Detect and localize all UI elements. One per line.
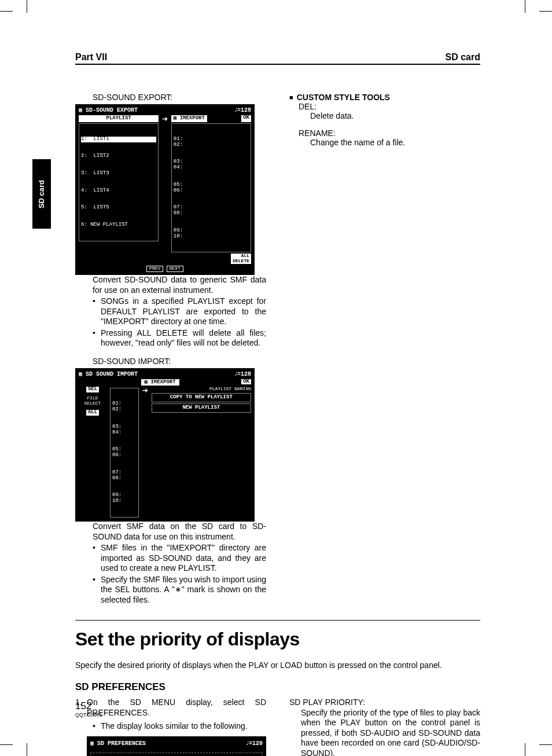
section-title: Set the priority of displays [75, 629, 480, 650]
export-body: Convert SD-SOUND data to generic SMF dat… [93, 275, 266, 295]
side-tab: SD card [32, 159, 51, 229]
file-select-label: FILE SELECT [79, 396, 106, 406]
all-delete-button[interactable]: ALL DELETE [231, 254, 251, 264]
arrow-icon: ➜ [162, 115, 168, 126]
lower-right-column: SD PLAY PRIORITY: Specify the priority o… [289, 698, 480, 756]
playlist-naming-label: PLAYLIST NAMING [152, 387, 251, 392]
sd-play-priority-desc: Specify the priority of the type of file… [301, 708, 480, 756]
del-term: DEL: [299, 102, 480, 111]
right-column: CUSTOM STYLE TOOLS DEL: Delete data. REN… [289, 93, 480, 605]
page-footer: 152 QQTG0671 [75, 700, 102, 718]
lower-left-column: 1.On the SD MENU display, select SD PREF… [75, 698, 266, 756]
header-left: Part VII [75, 52, 107, 63]
import-bullets: SMF files in the "IMEXPORT" directory ar… [93, 543, 266, 605]
export-label: SD-SOUND EXPORT: [93, 93, 266, 102]
step-1: 1.On the SD MENU display, select SD PREF… [75, 698, 266, 718]
sd-play-priority-block: SD PLAY PRIORITY : SD-AUDIO Which type o… [90, 753, 263, 756]
ok-button[interactable]: OK [241, 115, 251, 122]
import-screenshot: ▦ SD SOUND IMPORT ♩=128 ▦ IMEXPORT OK SE… [75, 368, 255, 522]
preferences-screenshot: ▦ SD PREFERENCES ♩=120 SD PLAY PRIORITY … [87, 736, 266, 756]
left-column: SD-SOUND EXPORT: ▦ SD-SOUND EXPORT ♩=128… [75, 93, 266, 605]
arrow-icon: ➜ [142, 387, 148, 397]
playlist-box: 1: LIST1 2: LIST2 3: LIST3 4: LIST4 5: L… [79, 123, 159, 241]
header-right: SD card [446, 52, 480, 63]
all-button[interactable]: ALL [86, 410, 99, 416]
playlist-header: PLAYLIST [79, 115, 159, 122]
rename-term: RENAME: [299, 129, 480, 138]
next-button[interactable]: NEXT [167, 266, 183, 272]
slots-box: 01:02: 03:04: 05:06: 07:08: 09:10: [171, 123, 251, 253]
prev-button[interactable]: PREV [146, 266, 163, 272]
section-divider [75, 620, 480, 621]
custom-style-tools-heading: CUSTOM STYLE TOOLS [289, 93, 480, 102]
rename-desc: Change the name of a file. [310, 138, 480, 147]
running-head: Part VII SD card [75, 52, 480, 65]
new-playlist[interactable]: NEW PLAYLIST [152, 403, 251, 413]
ok-button[interactable]: OK [241, 379, 251, 385]
import-label: SD-SOUND IMPORT: [93, 357, 266, 366]
copy-to-new-playlist[interactable]: COPY TO NEW PLAYLIST [152, 393, 251, 402]
del-desc: Delete data. [310, 111, 480, 120]
section-intro: Specify the desired priority of displays… [75, 660, 480, 670]
step-1-bullet: The display looks similar to the followi… [93, 721, 266, 732]
sd-preferences-heading: SD PREFERENCES [75, 681, 480, 693]
import-slots: 01:02: 03:04: 05:06: 07:08: 09:10: [110, 388, 139, 518]
page-content: Part VII SD card SD-SOUND EXPORT: ▦ SD-S… [75, 52, 480, 756]
export-screenshot: ▦ SD-SOUND EXPORT ♩=128 PLAYLIST 1: LIST… [75, 104, 255, 275]
sd-play-priority-term: SD PLAY PRIORITY: [289, 698, 480, 708]
export-bullets: SONGs in a specified PLAYLIST except for… [93, 296, 266, 348]
sel-button[interactable]: SEL [86, 387, 99, 392]
import-body: Convert SMF data on the SD card to SD-SO… [93, 522, 266, 542]
